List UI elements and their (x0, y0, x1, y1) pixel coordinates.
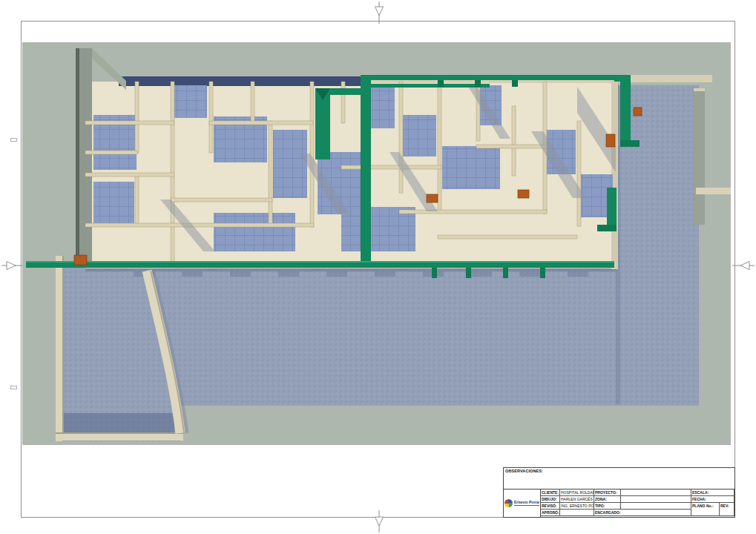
centering-mark-top (373, 1, 385, 24)
zona-value (621, 496, 691, 503)
company-name: Ernesto Porras (514, 501, 539, 506)
title-block-table: Ernesto Porras CLIENTE: HOSPITAL ROLDANI… (504, 490, 734, 517)
tipo-label: TIPO: (594, 503, 621, 510)
dibujo-value: HARLEN GARCÉS (560, 496, 594, 503)
observaciones-box: OBSERVACIONES: (504, 468, 734, 490)
title-block: OBSERVACIONES: Ernesto Porras CLIENTE: H… (503, 467, 735, 518)
zona-label: ZONA: (594, 496, 621, 503)
edge-tick-upper (10, 138, 17, 142)
pinwheel-logo-icon (504, 499, 513, 507)
plano-no-label: PLANO No.: (691, 503, 720, 516)
reviso-label: REVISÓ: (541, 503, 560, 510)
escala-label: ESCALA: (691, 490, 734, 496)
aprobo-value (560, 510, 594, 516)
dibujo-label: DIBUJO: (541, 496, 560, 503)
centering-mark-right (732, 260, 755, 271)
tipo-value (621, 503, 691, 510)
observaciones-label: OBSERVACIONES: (505, 469, 543, 473)
edge-tick-lower (10, 386, 17, 389)
aprobo-label: APROBÓ: (541, 510, 560, 516)
cliente-label: CLIENTE: (541, 490, 560, 496)
proyecto-value (621, 490, 691, 496)
title-block-fields: CLIENTE: HOSPITAL ROLDANILLO PROYECTO: E… (541, 490, 734, 517)
centering-mark-left (1, 260, 24, 271)
rev-label: REV: (720, 503, 734, 516)
company-logo: Ernesto Porras (504, 490, 541, 517)
fecha-label: FECHA: (691, 496, 734, 503)
render-3d-plan-view (22, 42, 731, 445)
reviso-value: ING. ERNESTO PORRAS (560, 503, 594, 510)
centering-mark-bottom (373, 510, 385, 533)
proyecto-label: PROYECTO: (594, 490, 621, 496)
cliente-value: HOSPITAL ROLDANILLO (560, 490, 594, 496)
encargado-label: ENCARGADO: (594, 510, 691, 516)
